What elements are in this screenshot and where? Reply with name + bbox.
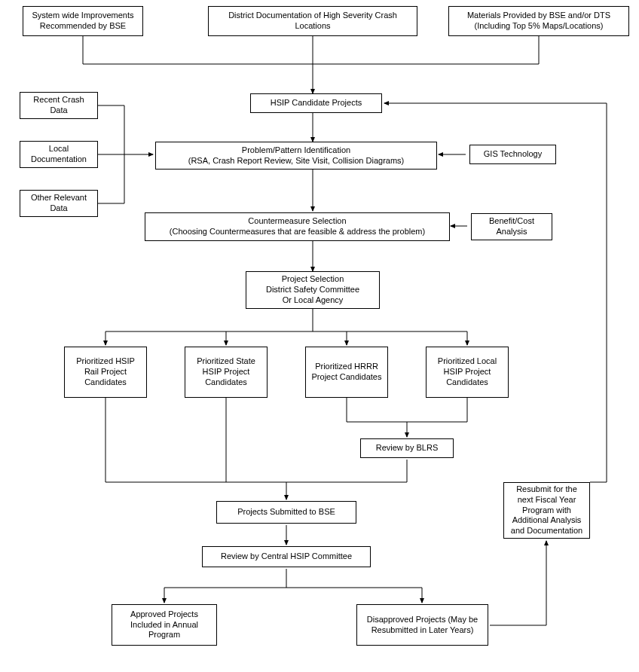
box-district-doc: District Documentation of High Severity … bbox=[208, 6, 417, 36]
label-project-selection: Project Selection District Safety Commit… bbox=[266, 274, 359, 305]
label-review-central: Review by Central HSIP Committee bbox=[221, 551, 352, 562]
box-prioritized-state: Prioritized State HSIP Project Candidate… bbox=[185, 347, 268, 398]
label-prioritized-rail: Prioritized HSIP Rail Project Candidates bbox=[69, 356, 142, 387]
label-resubmit: Resubmit for the next Fiscal Year Progra… bbox=[509, 484, 585, 536]
box-approved: Approved Projects Included in Annual Pro… bbox=[112, 604, 217, 646]
label-prioritized-state: Prioritized State HSIP Project Candidate… bbox=[190, 356, 262, 387]
box-resubmit: Resubmit for the next Fiscal Year Progra… bbox=[503, 482, 590, 539]
box-other-data: Other Relevant Data bbox=[20, 190, 98, 217]
label-projects-bse: Projects Submitted to BSE bbox=[237, 507, 335, 518]
label-other-data: Other Relevant Data bbox=[25, 193, 93, 214]
box-prioritized-rail: Prioritized HSIP Rail Project Candidates bbox=[64, 347, 147, 398]
label-benefit-cost: Benefit/Cost Analysis bbox=[476, 216, 547, 237]
box-materials: Materials Provided by BSE and/or DTS (In… bbox=[448, 6, 629, 36]
box-system-wide: System wide Improvements Recommended by … bbox=[23, 6, 143, 36]
label-district-doc: District Documentation of High Severity … bbox=[213, 11, 412, 32]
box-prioritized-local: Prioritized Local HSIP Project Candidate… bbox=[426, 347, 509, 398]
box-disapproved: Disapproved Projects (May be Resubmitted… bbox=[356, 604, 488, 646]
box-problem-id: Problem/Pattern Identification (RSA, Cra… bbox=[155, 142, 437, 170]
label-materials: Materials Provided by BSE and/or DTS (In… bbox=[454, 11, 624, 32]
box-hsip-candidate: HSIP Candidate Projects bbox=[250, 93, 382, 113]
label-prioritized-hrrr: Prioritized HRRR Project Candidates bbox=[310, 362, 383, 383]
label-system-wide: System wide Improvements Recommended by … bbox=[28, 11, 138, 32]
box-recent-crash: Recent Crash Data bbox=[20, 92, 98, 119]
box-projects-bse: Projects Submitted to BSE bbox=[216, 501, 356, 524]
label-gis: GIS Technology bbox=[484, 149, 542, 160]
box-countermeasure: Countermeasure Selection (Choosing Count… bbox=[145, 212, 450, 241]
label-problem-id: Problem/Pattern Identification (RSA, Cra… bbox=[188, 145, 405, 166]
box-project-selection: Project Selection District Safety Commit… bbox=[246, 271, 380, 309]
label-local-doc: Local Documentation bbox=[25, 144, 93, 165]
label-review-blrs: Review by BLRS bbox=[376, 443, 439, 454]
label-hsip-candidate: HSIP Candidate Projects bbox=[271, 98, 362, 108]
label-disapproved: Disapproved Projects (May be Resubmitted… bbox=[362, 615, 483, 636]
label-countermeasure: Countermeasure Selection (Choosing Count… bbox=[170, 216, 425, 237]
box-prioritized-hrrr: Prioritized HRRR Project Candidates bbox=[305, 347, 388, 398]
label-recent-crash: Recent Crash Data bbox=[25, 95, 93, 116]
label-approved: Approved Projects Included in Annual Pro… bbox=[117, 609, 212, 640]
box-gis: GIS Technology bbox=[469, 145, 556, 164]
box-local-doc: Local Documentation bbox=[20, 141, 98, 168]
label-prioritized-local: Prioritized Local HSIP Project Candidate… bbox=[431, 356, 503, 387]
box-review-blrs: Review by BLRS bbox=[360, 438, 454, 458]
box-review-central: Review by Central HSIP Committee bbox=[202, 546, 371, 567]
box-benefit-cost: Benefit/Cost Analysis bbox=[471, 213, 552, 240]
